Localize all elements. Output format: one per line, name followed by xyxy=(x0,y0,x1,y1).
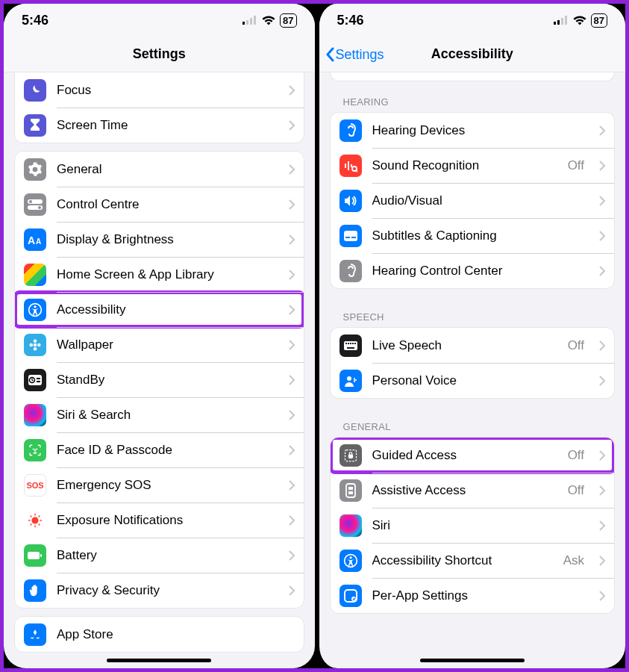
svg-rect-48 xyxy=(348,343,349,344)
chevron-right-icon xyxy=(289,199,295,210)
row-label: Accessibility Shortcut xyxy=(372,553,553,568)
clock-icon xyxy=(24,369,46,391)
svg-point-16 xyxy=(37,343,41,346)
chevron-right-icon xyxy=(289,480,295,491)
row-display-brightness[interactable]: AA Display & Brightness xyxy=(15,222,304,257)
row-subtitles[interactable]: Subtitles & Captioning xyxy=(331,218,615,253)
app-settings-icon xyxy=(339,585,362,607)
row-privacy-security[interactable]: Privacy & Security xyxy=(15,573,304,608)
row-label: Accessibility xyxy=(57,302,278,317)
section-header-speech: SPEECH xyxy=(319,296,626,327)
settings-group-general: General Control Centre AA Display & Brig… xyxy=(14,151,304,609)
prev-group-peek xyxy=(330,72,616,81)
row-personal-voice[interactable]: Personal Voice xyxy=(331,363,615,398)
row-hearing-devices[interactable]: Hearing Devices xyxy=(331,113,615,148)
battery-indicator: 87 xyxy=(591,13,607,28)
exposure-icon xyxy=(24,509,46,532)
row-value: Off xyxy=(568,448,584,463)
row-screen-time[interactable]: Screen Time xyxy=(15,108,304,143)
svg-rect-56 xyxy=(346,484,355,497)
row-label: Exposure Notifications xyxy=(57,513,278,528)
row-wallpaper[interactable]: Wallpaper xyxy=(15,327,304,362)
row-battery[interactable]: Battery xyxy=(15,538,304,573)
chevron-right-icon xyxy=(289,120,295,131)
siri-icon xyxy=(339,514,362,537)
row-accessibility[interactable]: Accessibility xyxy=(15,292,304,327)
svg-rect-46 xyxy=(344,341,357,350)
svg-line-30 xyxy=(31,523,32,525)
svg-rect-19 xyxy=(37,378,40,379)
svg-rect-47 xyxy=(345,343,347,344)
group-general: Guided Access Off Assistive Access Off S… xyxy=(330,437,616,614)
row-control-centre[interactable]: Control Centre xyxy=(15,187,304,222)
chevron-right-icon xyxy=(599,196,605,206)
section-header-hearing: HEARING xyxy=(319,81,626,112)
row-value: Off xyxy=(568,338,584,353)
chevron-right-icon xyxy=(599,266,605,276)
lock-frame-icon xyxy=(339,444,362,467)
person-voice-icon xyxy=(339,370,362,392)
row-hearing-control-center[interactable]: Hearing Control Center xyxy=(331,253,615,288)
svg-text:A: A xyxy=(28,234,35,246)
chevron-left-icon xyxy=(325,47,334,62)
accessibility-list[interactable]: HEARING Hearing Devices Sound Recognitio… xyxy=(319,72,626,668)
row-label: Hearing Devices xyxy=(372,123,589,138)
svg-point-6 xyxy=(29,200,32,203)
svg-rect-20 xyxy=(37,381,40,382)
svg-line-42 xyxy=(356,170,357,172)
row-label: Hearing Control Center xyxy=(372,264,589,279)
row-label: Per-App Settings xyxy=(372,588,589,603)
svg-point-60 xyxy=(349,556,351,559)
row-accessibility-shortcut[interactable]: Accessibility Shortcut Ask xyxy=(331,543,615,578)
chevron-right-icon xyxy=(289,410,295,420)
row-value: Off xyxy=(568,483,584,498)
row-app-store[interactable]: App Store xyxy=(15,617,304,652)
svg-rect-3 xyxy=(254,16,256,25)
home-indicator[interactable] xyxy=(107,659,211,662)
row-standby[interactable]: StandBy xyxy=(15,362,304,397)
settings-list[interactable]: Focus Screen Time General Control C xyxy=(4,72,315,668)
chevron-right-icon xyxy=(289,375,295,385)
group-speech: Live Speech Off Personal Voice xyxy=(330,327,616,399)
row-label: StandBy xyxy=(57,373,278,388)
row-guided-access[interactable]: Guided Access Off xyxy=(331,438,615,473)
chevron-right-icon xyxy=(599,340,605,351)
home-indicator[interactable] xyxy=(420,659,525,662)
svg-point-22 xyxy=(37,449,37,449)
row-face-id[interactable]: Face ID & Passcode xyxy=(15,432,304,467)
chevron-right-icon xyxy=(289,585,295,596)
svg-rect-43 xyxy=(344,231,357,241)
row-siri-search[interactable]: Siri & Search xyxy=(15,397,304,432)
svg-point-23 xyxy=(31,517,38,523)
status-time: 5:46 xyxy=(337,13,364,28)
hourglass-icon xyxy=(24,114,46,137)
back-button[interactable]: Settings xyxy=(325,37,384,72)
row-audio-visual[interactable]: Audio/Visual xyxy=(331,183,615,218)
row-sound-recognition[interactable]: Sound Recognition Off xyxy=(331,148,615,183)
row-per-app-settings[interactable]: Per-App Settings xyxy=(331,578,615,613)
row-label: Control Centre xyxy=(57,197,278,212)
row-label: Audio/Visual xyxy=(372,193,589,208)
row-label: Guided Access xyxy=(372,448,557,463)
row-live-speech[interactable]: Live Speech Off xyxy=(331,328,615,363)
svg-rect-37 xyxy=(565,16,567,25)
text-size-icon: AA xyxy=(24,228,46,251)
chevron-right-icon xyxy=(289,340,295,350)
row-label: Face ID & Passcode xyxy=(57,443,278,458)
row-exposure-notifications[interactable]: Exposure Notifications xyxy=(15,503,304,538)
row-home-screen[interactable]: Home Screen & App Library xyxy=(15,257,304,292)
row-siri[interactable]: Siri xyxy=(331,508,615,543)
svg-rect-40 xyxy=(351,164,352,167)
keyboard-icon xyxy=(339,335,362,357)
row-value: Ask xyxy=(563,553,584,568)
cell-signal-icon xyxy=(242,16,257,25)
row-emergency-sos[interactable]: SOS Emergency SOS xyxy=(15,467,304,503)
row-focus[interactable]: Focus xyxy=(15,72,304,108)
chevron-right-icon xyxy=(599,376,605,386)
row-general[interactable]: General xyxy=(15,152,304,187)
chevron-right-icon xyxy=(599,125,605,136)
chevron-right-icon xyxy=(289,445,295,455)
row-label: Personal Voice xyxy=(372,373,589,388)
svg-rect-0 xyxy=(242,22,245,25)
row-assistive-access[interactable]: Assistive Access Off xyxy=(331,473,615,508)
